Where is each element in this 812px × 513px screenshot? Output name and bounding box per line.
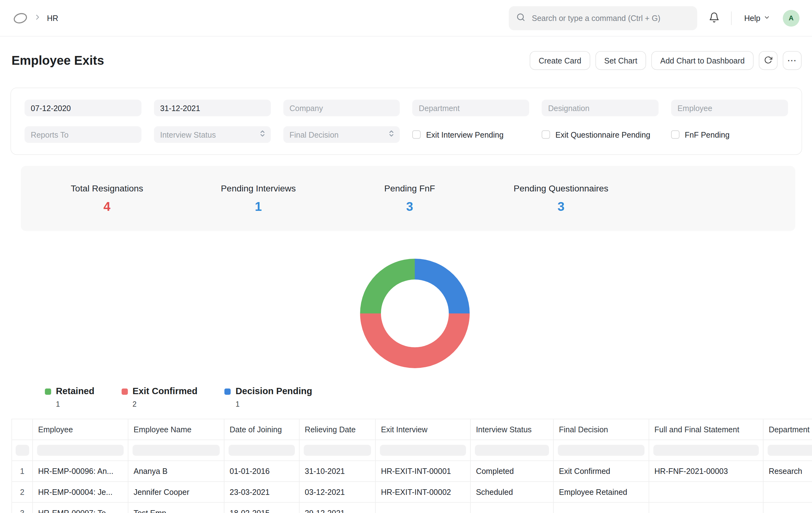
column-filter-input[interactable]	[303, 445, 371, 456]
refresh-button[interactable]	[759, 51, 778, 70]
final-decision-select[interactable]: Final Decision	[283, 126, 400, 143]
cell-date-of-joining[interactable]: 18-02-2015	[225, 503, 299, 513]
company-filter-input[interactable]	[283, 99, 400, 116]
row-index: 1	[12, 461, 33, 482]
column-filter-input[interactable]	[558, 445, 644, 456]
table-header-interview-status[interactable]: Interview Status	[471, 419, 554, 440]
stat-pending-questionnaires: Pending Questionnaires 3	[485, 183, 636, 214]
checkbox-input[interactable]	[542, 130, 550, 139]
cell-full-and-final[interactable]	[649, 503, 763, 513]
stat-pending-fnf: Pending FnF 3	[334, 183, 485, 214]
fnf-pending-checkbox[interactable]: FnF Pending	[671, 130, 788, 139]
legend-label: Decision Pending	[235, 386, 312, 397]
table-header-department[interactable]: Department	[763, 419, 812, 440]
reports-to-filter-input[interactable]	[24, 126, 141, 143]
column-filter-input[interactable]	[133, 445, 220, 456]
global-search[interactable]	[509, 6, 697, 30]
cell-interview-status[interactable]: Completed	[471, 461, 554, 482]
column-filter-input[interactable]	[37, 445, 124, 456]
checkbox-input[interactable]	[671, 130, 679, 139]
cell-department[interactable]	[763, 482, 812, 503]
cell-interview-status[interactable]	[471, 503, 554, 513]
checkbox-input[interactable]	[412, 130, 421, 139]
row-index: 2	[12, 482, 33, 503]
donut-chart[interactable]	[360, 259, 469, 368]
checkbox-label: Exit Questionnaire Pending	[555, 130, 650, 139]
legend-label: Retained	[56, 386, 94, 397]
table-header-date-of-joining[interactable]: Date of Joining	[225, 419, 299, 440]
exit-interview-pending-checkbox[interactable]: Exit Interview Pending	[412, 130, 529, 139]
cell-full-and-final[interactable]	[649, 482, 763, 503]
designation-filter-input[interactable]	[542, 99, 659, 116]
department-filter-input[interactable]	[412, 99, 529, 116]
column-filter-input[interactable]	[767, 445, 812, 456]
cell-employee-name[interactable]: Ananya B	[128, 461, 225, 482]
cell-relieving-date[interactable]: 03-12-2021	[299, 482, 376, 503]
set-chart-button[interactable]: Set Chart	[596, 51, 646, 70]
cell-employee-name[interactable]: Jennifer Cooper	[128, 482, 225, 503]
employee-filter-input[interactable]	[671, 99, 788, 116]
from-date-input[interactable]	[24, 99, 141, 116]
user-avatar[interactable]: A	[783, 10, 800, 26]
cell-relieving-date[interactable]: 31-10-2021	[299, 461, 376, 482]
cell-department[interactable]	[763, 503, 812, 513]
add-chart-to-dashboard-button[interactable]: Add Chart to Dashboard	[651, 51, 753, 70]
filter-section: Interview Status Final Decision Exit Int…	[10, 88, 802, 155]
table-row: 2 HR-EMP-00004: Je... Jennifer Cooper 23…	[12, 482, 812, 503]
cell-date-of-joining[interactable]: 01-01-2016	[225, 461, 299, 482]
cell-full-and-final[interactable]: HR-FNF-2021-00003	[649, 461, 763, 482]
cell-final-decision[interactable]	[554, 503, 649, 513]
column-filter-input[interactable]	[475, 445, 549, 456]
cell-employee[interactable]: HR-EMP-00004: Je...	[33, 482, 128, 503]
stat-label: Pending FnF	[334, 183, 485, 193]
bell-icon	[709, 12, 720, 24]
cell-date-of-joining[interactable]: 23-03-2021	[225, 482, 299, 503]
navbar: HR Help A	[0, 0, 812, 37]
create-card-button[interactable]: Create Card	[530, 51, 590, 70]
navbar-right: Help A	[509, 6, 800, 30]
table-header-relieving-date[interactable]: Relieving Date	[299, 419, 376, 440]
cell-exit-interview[interactable]: HR-EXIT-INT-00002	[376, 482, 470, 503]
table-header-full-and-final[interactable]: Full and Final Statement	[649, 419, 763, 440]
legend-swatch	[225, 389, 231, 395]
more-options-button[interactable]: ⋯	[783, 51, 802, 70]
cell-exit-interview[interactable]	[376, 503, 470, 513]
legend-item-exit-confirmed: Exit Confirmed 2	[121, 386, 198, 409]
breadcrumb-hr-link[interactable]: HR	[47, 13, 58, 22]
to-date-input[interactable]	[154, 99, 271, 116]
select-chevrons-icon	[259, 130, 265, 139]
table-filter-row	[12, 440, 812, 461]
search-icon	[516, 12, 526, 24]
table-header-final-decision[interactable]: Final Decision	[554, 419, 649, 440]
column-filter-input[interactable]	[380, 445, 466, 456]
cell-department[interactable]: Research	[763, 461, 812, 482]
page-header: Employee Exits Create Card Set Chart Add…	[11, 50, 802, 71]
cell-employee[interactable]: HR-EMP-00096: An...	[33, 461, 128, 482]
refresh-icon	[764, 56, 773, 66]
column-filter-input[interactable]	[15, 445, 29, 456]
app-logo-icon[interactable]	[12, 10, 28, 26]
help-menu[interactable]: Help	[741, 13, 774, 23]
column-filter-input[interactable]	[653, 445, 759, 456]
table-header-employee[interactable]: Employee	[33, 419, 128, 440]
table-header-exit-interview[interactable]: Exit Interview	[376, 419, 470, 440]
row-index: 3	[12, 503, 33, 513]
exit-questionnaire-pending-checkbox[interactable]: Exit Questionnaire Pending	[542, 130, 659, 139]
legend-count: 1	[235, 400, 312, 409]
checkbox-label: FnF Pending	[685, 130, 729, 139]
cell-employee[interactable]: HR-EMP-00097: Te...	[33, 503, 128, 513]
search-input[interactable]	[531, 13, 690, 23]
cell-exit-interview[interactable]: HR-EXIT-INT-00001	[376, 461, 470, 482]
cell-relieving-date[interactable]: 29-12-2021	[299, 503, 376, 513]
stat-value: 4	[31, 199, 182, 214]
notifications-button[interactable]	[706, 10, 722, 26]
cell-interview-status[interactable]: Scheduled	[471, 482, 554, 503]
cell-final-decision[interactable]: Employee Retained	[554, 482, 649, 503]
stat-label: Pending Questionnaires	[485, 183, 636, 193]
page-title: Employee Exits	[11, 53, 104, 68]
column-filter-input[interactable]	[229, 445, 295, 456]
cell-final-decision[interactable]: Exit Confirmed	[554, 461, 649, 482]
cell-employee-name[interactable]: Test Emp	[128, 503, 225, 513]
interview-status-select[interactable]: Interview Status	[154, 126, 271, 143]
table-header-employee-name[interactable]: Employee Name	[128, 419, 225, 440]
